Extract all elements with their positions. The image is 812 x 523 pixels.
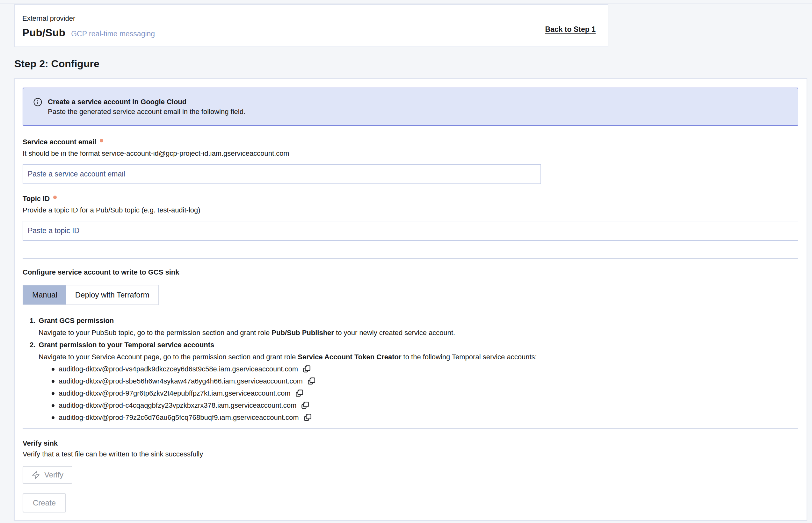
- service-account-email: auditlog-dktxv@prod-vs4padk9dkczcey6d6st…: [59, 365, 298, 373]
- info-banner-body: Paste the generated service account emai…: [48, 107, 245, 116]
- verify-sink-description: Verify that a test file can be written t…: [23, 450, 798, 458]
- service-account-email-label-text: Service account email: [23, 138, 96, 146]
- verify-sink-heading: Verify sink: [23, 439, 798, 448]
- service-account-email-label: Service account email: [23, 138, 798, 146]
- step-title-row: 1. Grant GCS permission: [30, 315, 798, 327]
- topic-id-label: Topic ID: [23, 195, 798, 203]
- sink-config-heading: Configure service account to write to GC…: [23, 268, 798, 276]
- info-banner-text: Create a service account in Google Cloud…: [48, 97, 245, 116]
- step-body-role: Pub/Sub Publisher: [271, 329, 334, 337]
- topic-id-input[interactable]: [23, 221, 798, 241]
- service-account-item: auditlog-dktxv@prod-sbe56h6wr4sykaw47a6y…: [52, 375, 798, 387]
- service-account-item: auditlog-dktxv@prod-79z2c6d76au6g5fcq768…: [52, 412, 798, 423]
- step-title: Grant GCS permission: [38, 315, 114, 327]
- step-number: 2.: [30, 339, 35, 351]
- step-body-post: to the following Temporal service accoun…: [401, 353, 537, 361]
- copy-button[interactable]: [303, 413, 313, 423]
- verify-button[interactable]: Verify: [23, 466, 72, 484]
- step-number: 1.: [30, 315, 35, 327]
- service-account-email: auditlog-dktxv@prod-sbe56h6wr4sykaw47a6y…: [59, 377, 303, 385]
- provider-card: External provider Pub/Sub GCP real-time …: [14, 4, 608, 47]
- create-button[interactable]: Create: [23, 493, 66, 512]
- required-dot: [100, 139, 103, 142]
- copy-icon: [295, 389, 304, 398]
- provider-card-left: External provider Pub/Sub GCP real-time …: [22, 14, 155, 47]
- service-account-email-input[interactable]: [23, 164, 541, 184]
- required-dot: [53, 196, 57, 199]
- copy-button[interactable]: [306, 377, 316, 386]
- step-body: Navigate to your PubSub topic, go to the…: [38, 327, 798, 339]
- service-account-email: auditlog-dktxv@prod-97gr6tp6zkv2t4epubff…: [59, 389, 290, 397]
- service-account-email: auditlog-dktxv@prod-79z2c6d76au6g5fcq768…: [59, 413, 299, 422]
- page-top-divider: [0, 3, 812, 3]
- bullet-dot: [52, 368, 54, 371]
- copy-icon: [302, 364, 312, 374]
- tab-manual[interactable]: Manual: [23, 285, 66, 305]
- config-card: Create a service account in Google Cloud…: [14, 78, 807, 521]
- provider-tagline: GCP real-time messaging: [71, 30, 155, 38]
- info-banner-title: Create a service account in Google Cloud: [48, 97, 245, 107]
- provider-name: Pub/Sub: [22, 27, 65, 39]
- service-account-list: auditlog-dktxv@prod-vs4padk9dkczcey6d6st…: [52, 363, 798, 423]
- copy-icon: [300, 401, 310, 411]
- topic-id-label-text: Topic ID: [23, 195, 50, 203]
- copy-icon: [306, 377, 316, 386]
- bullet-dot: [52, 392, 54, 395]
- page-title: Step 2: Configure: [14, 58, 812, 70]
- service-account-email-field: Service account email It should be in th…: [23, 138, 798, 184]
- instruction-step: 1. Grant GCS permission Navigate to your…: [30, 315, 798, 339]
- copy-button[interactable]: [295, 389, 304, 398]
- step-body-pre: Navigate to your PubSub topic, go to the…: [38, 329, 271, 337]
- bullet-dot: [52, 380, 54, 383]
- section-divider: [23, 428, 798, 429]
- info-banner: Create a service account in Google Cloud…: [23, 88, 798, 126]
- bullet-dot: [52, 404, 54, 407]
- step-body-pre: Navigate to your Service Account page, g…: [38, 353, 298, 361]
- service-account-email: auditlog-dktxv@prod-c4cqaqgbfzy23vpzkbxz…: [59, 401, 296, 410]
- provider-eyebrow: External provider: [22, 14, 155, 23]
- instruction-step: 2. Grant permission to your Temporal ser…: [30, 339, 798, 363]
- step-body-post: to your newly created service account.: [334, 329, 455, 337]
- tab-deploy-with-terraform[interactable]: Deploy with Terraform: [66, 285, 158, 305]
- zap-icon: [32, 471, 40, 480]
- step-body-role: Service Account Token Creator: [298, 353, 401, 361]
- info-icon: [33, 97, 43, 107]
- back-to-step-1-link[interactable]: Back to Step 1: [545, 25, 596, 34]
- copy-button[interactable]: [300, 401, 310, 411]
- service-account-item: auditlog-dktxv@prod-vs4padk9dkczcey6d6st…: [52, 363, 798, 375]
- section-divider: [23, 258, 798, 259]
- service-account-item: auditlog-dktxv@prod-97gr6tp6zkv2t4epubff…: [52, 387, 798, 399]
- step-body: Navigate to your Service Account page, g…: [38, 351, 798, 363]
- service-account-email-description: It should be in the format service-accou…: [23, 149, 798, 158]
- copy-button[interactable]: [302, 364, 312, 374]
- service-account-item: auditlog-dktxv@prod-c4cqaqgbfzy23vpzkbxz…: [52, 399, 798, 412]
- verify-button-label: Verify: [44, 470, 64, 480]
- sink-config-tabs: Manual Deploy with Terraform: [23, 285, 159, 305]
- topic-id-description: Provide a topic ID for a Pub/Sub topic (…: [23, 206, 798, 214]
- copy-icon: [303, 413, 313, 423]
- instruction-list: 1. Grant GCS permission Navigate to your…: [30, 315, 798, 423]
- step-title-row: 2. Grant permission to your Temporal ser…: [30, 339, 798, 351]
- provider-name-row: Pub/Sub GCP real-time messaging: [22, 27, 155, 39]
- bullet-dot: [52, 416, 54, 419]
- step-title: Grant permission to your Temporal servic…: [38, 339, 214, 351]
- topic-id-field: Topic ID Provide a topic ID for a Pub/Su…: [23, 195, 798, 241]
